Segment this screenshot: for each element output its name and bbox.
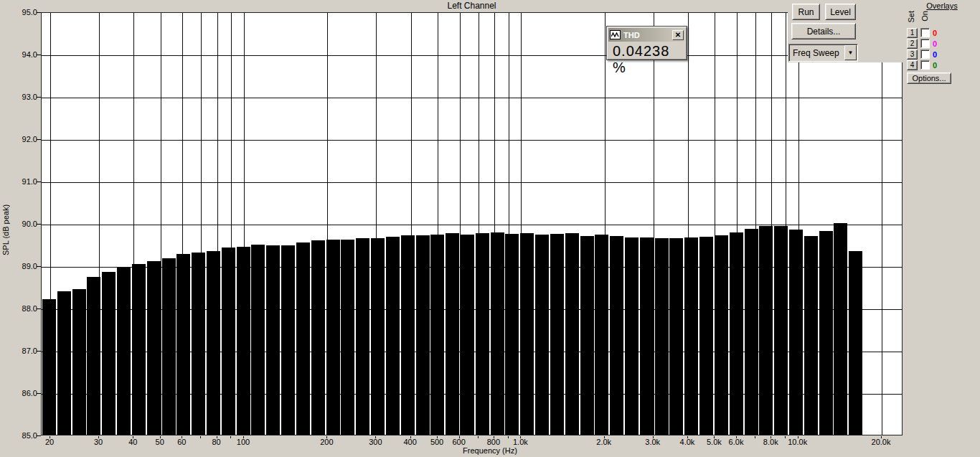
spl-bar bbox=[655, 238, 669, 435]
spl-bar bbox=[87, 277, 100, 435]
overlay-on-4-checkbox[interactable] bbox=[920, 60, 930, 70]
spl-bar bbox=[491, 232, 504, 435]
run-button[interactable]: Run bbox=[792, 4, 820, 20]
spl-bar bbox=[356, 238, 369, 435]
spl-bar bbox=[505, 234, 519, 435]
overlay-count-2: 0 bbox=[933, 39, 937, 48]
gridline-horizontal bbox=[42, 55, 903, 56]
spl-bar bbox=[371, 238, 385, 435]
x-tick-label: 300 bbox=[369, 438, 382, 446]
app-window: Left Channel SPL (dB peak) Frequency (Hz… bbox=[0, 0, 980, 457]
spl-bar bbox=[684, 237, 698, 435]
spl-bar bbox=[341, 240, 354, 435]
spl-bar bbox=[580, 236, 594, 435]
x-axis-tick bbox=[478, 436, 479, 438]
x-tick-label: 60 bbox=[177, 438, 186, 446]
x-axis-title: Frequency (Hz) bbox=[418, 446, 562, 455]
thd-value: 0.04238 % bbox=[607, 42, 687, 76]
gridline-horizontal bbox=[42, 182, 903, 183]
spl-bar bbox=[430, 235, 444, 435]
spl-bar bbox=[162, 258, 176, 435]
x-tick-label: 1.0k bbox=[513, 438, 528, 446]
x-tick-label: 6.0k bbox=[729, 438, 744, 446]
overlay-set-3-button[interactable]: 3 bbox=[907, 50, 918, 60]
y-tick-label: 90.0 bbox=[0, 220, 37, 228]
spl-bar bbox=[237, 247, 250, 435]
spl-bar bbox=[476, 233, 489, 435]
thd-titlebar[interactable]: THD ✕ bbox=[608, 28, 685, 42]
spl-bar bbox=[640, 237, 654, 435]
overlay-count-3: 0 bbox=[933, 50, 937, 59]
spl-bar bbox=[326, 240, 340, 435]
spl-bar bbox=[72, 289, 86, 435]
spl-bar bbox=[535, 235, 549, 435]
mode-dropdown-value: Freq Sweep bbox=[789, 48, 844, 58]
x-tick-label: 4.0k bbox=[680, 438, 695, 446]
spl-bar bbox=[849, 251, 862, 435]
spl-bar bbox=[266, 245, 280, 435]
overlays-on-column-label: On bbox=[920, 11, 929, 22]
spl-bar bbox=[192, 253, 205, 435]
spl-bar bbox=[207, 251, 220, 435]
spl-bar bbox=[416, 235, 430, 435]
x-tick-label: 600 bbox=[452, 438, 465, 446]
spl-bar bbox=[42, 299, 56, 435]
spl-bar bbox=[745, 229, 758, 435]
spl-bar bbox=[774, 226, 788, 435]
x-tick-label: 8.0k bbox=[763, 438, 778, 446]
overlay-row-1: 1 0 bbox=[907, 27, 979, 38]
overlay-set-1-button[interactable]: 1 bbox=[907, 28, 918, 38]
y-tick-label: 88.0 bbox=[0, 304, 37, 313]
overlay-row-2: 2 0 bbox=[907, 38, 979, 49]
x-axis-tick bbox=[785, 436, 786, 438]
spl-bar bbox=[595, 235, 608, 435]
spl-bar bbox=[610, 236, 623, 435]
spl-bar bbox=[789, 230, 803, 435]
details-button[interactable]: Details... bbox=[791, 23, 856, 39]
chevron-down-icon[interactable]: ▼ bbox=[844, 45, 857, 60]
spl-bar bbox=[669, 238, 683, 435]
y-tick-label: 85.0 bbox=[0, 431, 37, 440]
overlays-set-column-label: Set bbox=[907, 11, 915, 23]
overlay-on-2-checkbox[interactable] bbox=[920, 39, 930, 48]
spl-bar bbox=[834, 223, 847, 435]
y-tick-label: 94.0 bbox=[0, 50, 37, 59]
x-tick-label: 800 bbox=[487, 438, 500, 446]
x-tick-label: 20 bbox=[45, 438, 54, 446]
spl-bar bbox=[804, 236, 818, 435]
close-icon[interactable]: ✕ bbox=[672, 30, 684, 40]
spl-bar bbox=[565, 233, 579, 435]
spl-bar bbox=[730, 232, 743, 435]
spl-bar bbox=[446, 233, 459, 435]
x-tick-label: 80 bbox=[212, 438, 220, 446]
chart-title: Left Channel bbox=[41, 1, 903, 11]
x-tick-label: 30 bbox=[94, 438, 103, 446]
y-tick-label: 93.0 bbox=[0, 93, 37, 101]
level-button[interactable]: Level bbox=[825, 4, 856, 20]
mode-dropdown[interactable]: Freq Sweep ▼ bbox=[788, 44, 858, 62]
x-axis-tick bbox=[508, 436, 509, 438]
y-tick-label: 86.0 bbox=[0, 389, 37, 397]
spl-bar bbox=[176, 254, 190, 435]
x-tick-label: 5.0k bbox=[707, 438, 722, 446]
x-axis-tick bbox=[755, 436, 755, 438]
y-tick-label: 92.0 bbox=[0, 135, 37, 143]
spl-bar bbox=[461, 235, 474, 435]
x-tick-label: 20.0k bbox=[872, 438, 891, 446]
overlay-on-1-checkbox[interactable] bbox=[920, 28, 930, 37]
overlay-on-3-checkbox[interactable] bbox=[920, 50, 930, 59]
spl-bar bbox=[102, 272, 116, 435]
spl-bar bbox=[251, 245, 265, 435]
y-tick-label: 95.0 bbox=[0, 8, 37, 17]
spl-bar bbox=[311, 240, 325, 435]
overlay-set-4-button[interactable]: 4 bbox=[907, 60, 918, 70]
x-tick-label: 2.0k bbox=[596, 438, 611, 446]
y-tick-label: 87.0 bbox=[0, 347, 37, 355]
overlay-count-1: 0 bbox=[933, 29, 937, 37]
spl-bar bbox=[550, 234, 564, 435]
x-axis-tick bbox=[200, 436, 201, 438]
overlay-set-2-button[interactable]: 2 bbox=[907, 39, 918, 49]
gridline-horizontal bbox=[42, 140, 903, 141]
x-tick-label: 3.0k bbox=[645, 438, 660, 446]
options-button[interactable]: Options... bbox=[907, 72, 951, 84]
